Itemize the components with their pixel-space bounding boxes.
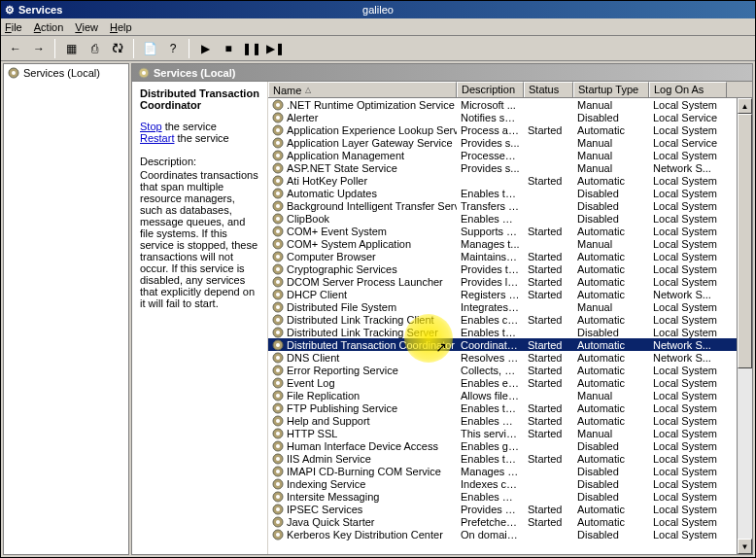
service-row[interactable]: Cryptographic ServicesProvides th...Star… <box>268 262 752 275</box>
forward-button[interactable]: → <box>28 38 50 59</box>
restart-button[interactable]: ▶❚ <box>264 38 286 59</box>
svg-point-49 <box>276 381 280 385</box>
service-row[interactable]: Distributed File SystemIntegrates ...Man… <box>268 300 752 313</box>
service-status: Started <box>524 251 573 262</box>
service-row[interactable]: Help and SupportEnables He...StartedAuto… <box>268 414 752 427</box>
pause-button[interactable]: ❚❚ <box>241 38 262 59</box>
svg-point-59 <box>276 444 280 448</box>
service-row[interactable]: Ati HotKey PollerStartedAutomaticLocal S… <box>268 174 752 187</box>
restart-link[interactable]: Restart <box>140 132 174 144</box>
service-startup: Manual <box>573 390 649 401</box>
service-logon: Local System <box>649 466 727 477</box>
service-row[interactable]: ASP.NET State ServiceProvides s...Manual… <box>268 161 752 174</box>
scroll-up-button[interactable]: ▲ <box>738 98 752 114</box>
service-row[interactable]: Distributed Link Tracking ServerEnables … <box>268 326 752 338</box>
service-row[interactable]: Kerberos Key Distribution CenterOn domai… <box>268 528 752 541</box>
menu-help[interactable]: Help <box>110 21 132 33</box>
menu-action[interactable]: Action <box>34 21 64 33</box>
help-button[interactable]: ? <box>162 38 184 59</box>
service-row[interactable]: Application Layer Gateway ServiceProvide… <box>268 136 752 149</box>
service-startup: Automatic <box>573 516 649 528</box>
back-button[interactable]: ← <box>5 38 26 59</box>
service-row[interactable]: Event LogEnables ev...StartedAutomaticLo… <box>268 376 752 389</box>
gear-icon <box>272 339 284 351</box>
service-row[interactable]: Application ManagementProcesses i...Manu… <box>268 149 752 161</box>
tree-node-services[interactable]: Services (Local) <box>6 66 126 80</box>
gear-icon <box>272 314 284 326</box>
service-row[interactable]: HTTP SSLThis servic...StartedManualLocal… <box>268 427 752 439</box>
service-row[interactable]: AlerterNotifies sel...DisabledLocal Serv… <box>268 111 752 123</box>
stop-button[interactable]: ■ <box>218 38 239 59</box>
service-desc: Provides s... <box>457 137 524 149</box>
service-desc: Maintains a... <box>457 251 524 262</box>
service-row[interactable]: Indexing ServiceIndexes co...DisabledLoc… <box>268 477 752 490</box>
service-row[interactable]: Intersite MessagingEnables me...Disabled… <box>268 490 752 503</box>
vertical-scrollbar[interactable]: ▲ ▼ <box>737 98 752 554</box>
svg-point-65 <box>276 482 280 486</box>
export-button[interactable]: ⎙ <box>84 38 105 59</box>
start-button[interactable]: ▶ <box>194 38 216 59</box>
service-row[interactable]: IPSEC ServicesProvides e...StartedAutoma… <box>268 503 752 515</box>
service-row[interactable]: Distributed Link Tracking ClientEnables … <box>268 313 752 326</box>
scroll-thumb[interactable] <box>738 114 752 368</box>
service-row[interactable]: IMAPI CD-Burning COM ServiceManages C...… <box>268 465 752 477</box>
service-row[interactable]: Error Reporting ServiceCollects, st...St… <box>268 364 752 376</box>
scroll-down-button[interactable]: ▼ <box>738 539 752 554</box>
service-startup: Automatic <box>573 377 649 389</box>
menu-view[interactable]: View <box>75 21 98 33</box>
svg-point-1 <box>12 71 16 75</box>
service-row[interactable]: FTP Publishing ServiceEnables thi...Star… <box>268 401 752 414</box>
gear-icon <box>272 200 284 212</box>
service-status: Started <box>524 276 573 288</box>
svg-point-67 <box>276 495 280 499</box>
svg-point-15 <box>276 166 280 170</box>
service-name: Automatic Updates <box>287 188 377 199</box>
menu-file[interactable]: File <box>5 21 22 33</box>
properties-button[interactable]: 📄 <box>139 38 160 59</box>
service-row[interactable]: Distributed Transaction CoordinatorCoord… <box>268 338 752 351</box>
service-row[interactable]: Application Experience Lookup ServicePro… <box>268 123 752 136</box>
service-startup: Automatic <box>573 352 649 364</box>
service-row[interactable]: DHCP ClientRegisters a...StartedAutomati… <box>268 288 752 300</box>
gear-icon <box>272 466 284 477</box>
col-header-status[interactable]: Status <box>524 82 573 97</box>
service-desc: Prefetches... <box>457 516 524 528</box>
service-logon: Local System <box>649 402 727 414</box>
service-row[interactable]: ClipBookEnables Cli...DisabledLocal Syst… <box>268 212 752 225</box>
service-row[interactable]: DCOM Server Process LauncherProvides la.… <box>268 275 752 288</box>
service-desc: Enables He... <box>457 415 524 427</box>
service-row[interactable]: DNS ClientResolves a...StartedAutomaticN… <box>268 351 752 364</box>
service-row[interactable]: Human Interface Device AccessEnables ge.… <box>268 439 752 452</box>
col-header-logon[interactable]: Log On As <box>649 82 727 97</box>
toolbar: ← → ▦ ⎙ 🗘 📄 ? ▶ ■ ❚❚ ▶❚ <box>1 36 755 61</box>
refresh-button[interactable]: 🗘 <box>107 38 128 59</box>
service-row[interactable]: COM+ System ApplicationManages t...Manua… <box>268 237 752 250</box>
service-logon: Local System <box>649 251 727 262</box>
service-row[interactable]: Computer BrowserMaintains a...StartedAut… <box>268 250 752 262</box>
service-desc: Indexes co... <box>457 478 524 490</box>
service-desc: Enables th... <box>457 188 524 199</box>
service-desc: Enables thi... <box>457 402 524 414</box>
gear-icon <box>272 112 284 123</box>
description-label: Description: <box>140 156 259 167</box>
stop-link[interactable]: Stop <box>140 121 162 132</box>
service-row[interactable]: IIS Admin ServiceEnables thi...StartedAu… <box>268 452 752 465</box>
service-name: Background Intelligent Transfer Service <box>287 200 457 212</box>
service-row[interactable]: COM+ Event SystemSupports S...StartedAut… <box>268 225 752 237</box>
service-desc: Processes i... <box>457 150 524 161</box>
col-header-description[interactable]: Description <box>457 82 524 97</box>
service-logon: Network S... <box>649 162 727 174</box>
description-text: Coordinates transactions that span multi… <box>140 169 259 309</box>
service-row[interactable]: File ReplicationAllows files...ManualLoc… <box>268 389 752 401</box>
service-row[interactable]: Java Quick StarterPrefetches...StartedAu… <box>268 515 752 528</box>
service-name: Help and Support <box>287 415 370 427</box>
col-header-name[interactable]: Name △ <box>268 82 457 97</box>
col-header-startup[interactable]: Startup Type <box>573 82 649 97</box>
service-row[interactable]: Automatic UpdatesEnables th...DisabledLo… <box>268 187 752 199</box>
service-row[interactable]: Background Intelligent Transfer ServiceT… <box>268 199 752 212</box>
service-name: Kerberos Key Distribution Center <box>287 529 443 541</box>
props-button[interactable]: ▦ <box>60 38 82 59</box>
service-row[interactable]: .NET Runtime Optimization Service v2.0.5… <box>268 98 752 111</box>
service-startup: Automatic <box>573 251 649 262</box>
service-desc: Registers a... <box>457 289 524 300</box>
